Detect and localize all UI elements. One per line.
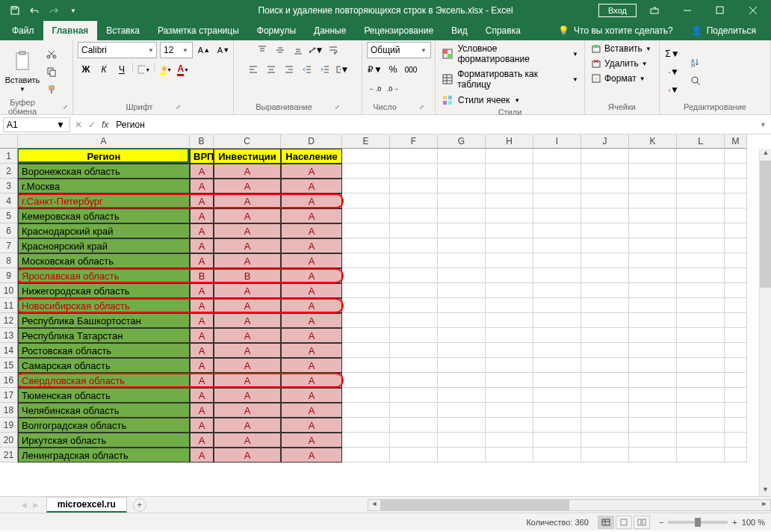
cell[interactable] [629,373,677,388]
row-header-7[interactable]: 7 [0,238,18,253]
cell[interactable] [342,448,390,463]
cell[interactable] [725,238,747,253]
cell[interactable] [342,253,390,268]
cell[interactable] [677,388,725,403]
cell[interactable] [342,328,390,343]
cell[interactable] [342,298,390,313]
cell[interactable] [533,268,581,283]
row-header-5[interactable]: 5 [0,208,18,223]
cell[interactable] [677,164,725,179]
cell[interactable] [629,418,677,433]
cell[interactable] [390,343,438,358]
cell[interactable]: A [281,403,342,418]
expand-formula-icon[interactable]: ▼ [755,121,771,129]
decrease-decimal-button[interactable]: .0→ [385,81,401,97]
cell[interactable] [438,388,486,403]
col-header-H[interactable]: H [486,134,533,149]
cell[interactable] [677,298,725,313]
cell[interactable]: A [281,283,342,298]
cell[interactable] [629,328,677,343]
cell[interactable] [581,253,629,268]
row-header-19[interactable]: 19 [0,418,18,433]
cell[interactable] [725,433,747,448]
orientation-button[interactable]: ⤢▼ [308,42,324,58]
cell[interactable] [677,208,725,223]
cell[interactable]: A [281,208,342,223]
cell[interactable] [533,298,581,313]
cell[interactable]: Воронежская область [18,164,190,179]
cell[interactable] [581,433,629,448]
cell[interactable]: A [190,253,214,268]
cell[interactable] [629,448,677,463]
cell[interactable] [486,358,533,373]
cell[interactable] [486,253,533,268]
zoom-level[interactable]: 100 % [742,518,765,527]
merge-button[interactable]: ▼ [335,61,351,78]
cell[interactable] [390,373,438,388]
cell[interactable]: A [214,194,281,208]
clipboard-launcher[interactable]: ⤢ [63,104,68,111]
save-icon[interactable] [6,1,24,19]
cell[interactable] [390,448,438,463]
cell[interactable] [438,253,486,268]
increase-indent-button[interactable] [317,61,333,78]
cell[interactable] [486,164,533,179]
cell[interactable] [533,403,581,418]
row-header-12[interactable]: 12 [0,313,18,328]
cell[interactable]: A [190,343,214,358]
align-right-button[interactable] [281,61,297,78]
zoom-in-button[interactable]: + [732,518,737,527]
cell[interactable]: A [190,208,214,223]
font-size-combo[interactable]: ▼ [160,42,193,58]
cell[interactable] [486,238,533,253]
cell[interactable]: A [281,448,342,463]
cell[interactable] [486,388,533,403]
cell[interactable] [390,388,438,403]
cell[interactable]: A [190,298,214,313]
cell[interactable] [629,298,677,313]
cell[interactable] [629,313,677,328]
cell[interactable] [581,179,629,194]
cell[interactable]: B [190,268,214,283]
cell[interactable]: г.Санкт-Петербург [18,194,190,208]
cell[interactable] [342,164,390,179]
cell[interactable] [533,448,581,463]
scroll-thumb[interactable] [380,500,569,510]
cell[interactable] [533,283,581,298]
cell[interactable] [533,373,581,388]
cell[interactable]: A [281,433,342,448]
cell[interactable] [486,283,533,298]
increase-font-button[interactable]: A▲ [196,42,212,58]
cell[interactable] [390,223,438,238]
cell[interactable] [629,149,677,164]
cell[interactable]: Инвестиции [214,149,281,164]
number-launcher[interactable]: ⤢ [419,104,424,111]
cell[interactable] [677,283,725,298]
cell[interactable] [677,253,725,268]
decrease-font-button[interactable]: A▼ [215,42,232,58]
cell[interactable] [390,238,438,253]
sheet-next-button[interactable]: ► [31,500,40,510]
cell[interactable] [390,164,438,179]
tab-help[interactable]: Справка [477,21,530,40]
tab-view[interactable]: Вид [442,21,477,40]
cell[interactable]: A [190,403,214,418]
cell[interactable] [438,223,486,238]
cell[interactable] [438,238,486,253]
cell[interactable] [533,418,581,433]
cell[interactable]: Ростовская область [18,343,190,358]
cell[interactable] [342,268,390,283]
add-sheet-button[interactable]: + [133,498,146,512]
cell[interactable]: A [190,433,214,448]
scroll-left-button[interactable]: ◄ [368,500,380,510]
align-center-button[interactable] [263,61,279,78]
cell[interactable] [677,313,725,328]
cell[interactable]: A [214,298,281,313]
tab-file[interactable]: Файл [3,21,43,40]
cell[interactable] [390,268,438,283]
cell[interactable] [438,403,486,418]
name-box[interactable]: ▼ [3,117,70,132]
cell[interactable] [533,313,581,328]
cell[interactable] [581,388,629,403]
cell[interactable] [677,238,725,253]
